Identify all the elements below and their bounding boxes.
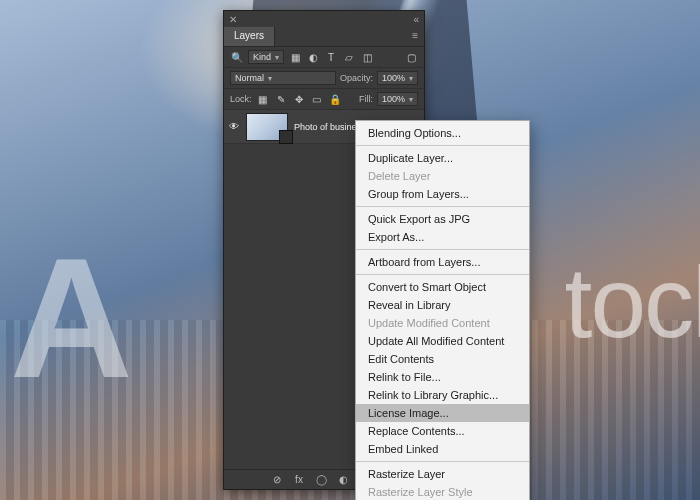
filter-shape-icon[interactable]: ▱ — [342, 50, 356, 64]
menu-item[interactable]: Blending Options... — [356, 124, 529, 142]
menu-item[interactable]: Reveal in Library — [356, 296, 529, 314]
filter-toggle-icon[interactable]: ▢ — [404, 50, 418, 64]
menu-item[interactable]: Quick Export as JPG — [356, 210, 529, 228]
adjustment-icon[interactable]: ◐ — [336, 473, 350, 487]
kind-select[interactable]: Kind — [248, 50, 284, 64]
lock-artboard-icon[interactable]: ▭ — [310, 92, 324, 106]
visibility-icon[interactable]: 👁 — [228, 121, 240, 132]
menu-separator — [356, 145, 529, 146]
menu-item[interactable]: Edit Contents — [356, 350, 529, 368]
fill-label: Fill: — [359, 94, 373, 104]
lock-move-icon[interactable]: ✥ — [292, 92, 306, 106]
opacity-select[interactable]: 100% — [377, 71, 418, 85]
tab-layers[interactable]: Layers — [224, 27, 275, 46]
menu-item[interactable]: Update All Modified Content — [356, 332, 529, 350]
menu-item[interactable]: Artboard from Layers... — [356, 253, 529, 271]
blend-row: Normal Opacity: 100% — [224, 68, 424, 89]
menu-separator — [356, 461, 529, 462]
lock-paint-icon[interactable]: ✎ — [274, 92, 288, 106]
panel-topbar: ✕ « — [224, 11, 424, 27]
menu-item[interactable]: Replace Contents... — [356, 422, 529, 440]
blend-mode-select[interactable]: Normal — [230, 71, 336, 85]
menu-separator — [356, 206, 529, 207]
lock-trans-icon[interactable]: ▦ — [256, 92, 270, 106]
mask-icon[interactable]: ◯ — [314, 473, 328, 487]
lock-row: Lock: ▦ ✎ ✥ ▭ 🔒 Fill: 100% — [224, 89, 424, 110]
menu-item[interactable]: Export As... — [356, 228, 529, 246]
filter-adjust-icon[interactable]: ◐ — [306, 50, 320, 64]
menu-item[interactable]: Convert to Smart Object — [356, 278, 529, 296]
fx-icon[interactable]: fx — [292, 473, 306, 487]
link-layers-icon[interactable]: ⊘ — [270, 473, 284, 487]
close-icon[interactable]: ✕ — [229, 14, 237, 25]
menu-item: Update Modified Content — [356, 314, 529, 332]
lock-label: Lock: — [230, 94, 252, 104]
menu-item[interactable]: Embed Linked — [356, 440, 529, 458]
watermark-logo: A — [10, 220, 125, 416]
menu-item[interactable]: License Image... — [356, 404, 529, 422]
filter-row: 🔍 Kind ▦ ◐ T ▱ ◫ ▢ — [224, 47, 424, 68]
layer-context-menu: Blending Options...Duplicate Layer...Del… — [355, 120, 530, 500]
watermark-text: tock — [565, 245, 700, 360]
menu-item: Delete Layer — [356, 167, 529, 185]
search-icon[interactable]: 🔍 — [230, 50, 244, 64]
fill-select[interactable]: 100% — [377, 92, 418, 106]
filter-smart-icon[interactable]: ◫ — [360, 50, 374, 64]
lock-all-icon[interactable]: 🔒 — [328, 92, 342, 106]
menu-separator — [356, 274, 529, 275]
menu-separator — [356, 249, 529, 250]
layer-thumbnail[interactable] — [246, 113, 288, 141]
menu-item[interactable]: Duplicate Layer... — [356, 149, 529, 167]
filter-pixel-icon[interactable]: ▦ — [288, 50, 302, 64]
menu-item[interactable]: Group from Layers... — [356, 185, 529, 203]
layer-name[interactable]: Photo of busines — [294, 122, 361, 132]
panel-tabs: Layers ≡ — [224, 27, 424, 47]
panel-menu-icon[interactable]: ≡ — [406, 27, 424, 46]
menu-item[interactable]: Relink to Library Graphic... — [356, 386, 529, 404]
menu-item: Rasterize Layer Style — [356, 483, 529, 500]
menu-item[interactable]: Rasterize Layer — [356, 465, 529, 483]
menu-item[interactable]: Relink to File... — [356, 368, 529, 386]
filter-type-icon[interactable]: T — [324, 50, 338, 64]
opacity-label: Opacity: — [340, 73, 373, 83]
collapse-icon[interactable]: « — [413, 14, 419, 25]
